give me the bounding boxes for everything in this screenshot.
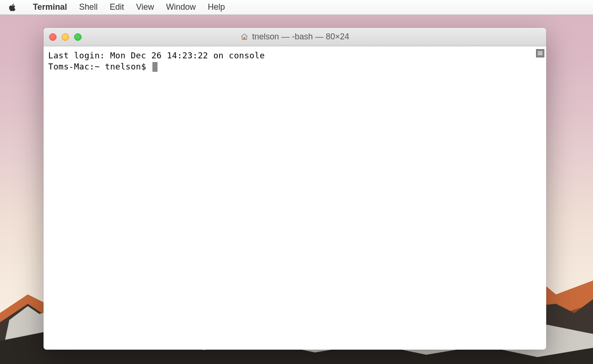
- window-title: tnelson — -bash — 80×24: [44, 32, 546, 42]
- menu-edit[interactable]: Edit: [104, 0, 130, 15]
- minimize-button[interactable]: [62, 33, 69, 41]
- svg-rect-0: [244, 38, 245, 39]
- prompt-line: Toms-Mac:~ tnelson$: [48, 61, 542, 72]
- menu-window[interactable]: Window: [160, 0, 202, 15]
- menu-shell[interactable]: Shell: [73, 0, 104, 15]
- window-title-text: tnelson — -bash — 80×24: [252, 32, 349, 42]
- menu-app-name[interactable]: Terminal: [27, 0, 73, 15]
- terminal-content[interactable]: Last login: Mon Dec 26 14:23:22 on conso…: [44, 46, 546, 350]
- terminal-window: tnelson — -bash — 80×24 Last login: Mon …: [44, 28, 546, 350]
- apple-menu-icon[interactable]: [8, 3, 17, 12]
- prompt-text: Toms-Mac:~ tnelson$: [48, 61, 151, 72]
- terminal-cursor: [152, 62, 158, 72]
- scroll-indicator-icon[interactable]: [536, 49, 544, 57]
- home-icon: [240, 33, 248, 41]
- menu-view[interactable]: View: [130, 0, 160, 15]
- traffic-lights: [49, 33, 82, 41]
- menu-help[interactable]: Help: [202, 0, 231, 15]
- last-login-line: Last login: Mon Dec 26 14:23:22 on conso…: [48, 50, 542, 61]
- window-titlebar[interactable]: tnelson — -bash — 80×24: [44, 28, 546, 46]
- close-button[interactable]: [49, 33, 57, 41]
- system-menubar: Terminal Shell Edit View Window Help: [0, 0, 593, 15]
- zoom-button[interactable]: [74, 33, 82, 41]
